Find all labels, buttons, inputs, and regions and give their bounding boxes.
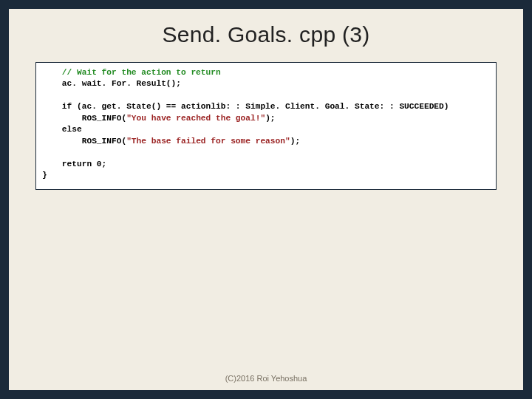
code-line: ); bbox=[290, 137, 300, 146]
code-comment: // Wait for the action to return bbox=[42, 68, 221, 77]
code-line: ); bbox=[265, 114, 275, 123]
code-line: return 0; bbox=[42, 160, 106, 168]
code-line: } bbox=[42, 171, 47, 180]
slide-title: Send. Goals. cpp (3) bbox=[9, 9, 523, 62]
code-line: ROS_INFO( bbox=[42, 114, 126, 123]
code-string: "You have reached the goal!" bbox=[126, 114, 265, 123]
code-line: ac. wait. For. Result(); bbox=[42, 79, 181, 88]
code-blank bbox=[42, 148, 47, 157]
code-line: if (ac. get. State() == actionlib: : Sim… bbox=[42, 102, 449, 111]
code-line: ROS_INFO( bbox=[42, 137, 126, 146]
slide-footer: (C)2016 Roi Yehoshua bbox=[9, 374, 523, 383]
code-snippet-box: // Wait for the action to return ac. wai… bbox=[35, 62, 497, 190]
code-blank bbox=[42, 91, 47, 100]
code-block: // Wait for the action to return ac. wai… bbox=[42, 67, 490, 182]
code-string: "The base failed for some reason" bbox=[126, 137, 290, 146]
slide: Send. Goals. cpp (3) // Wait for the act… bbox=[9, 9, 523, 390]
code-line: else bbox=[42, 125, 82, 134]
